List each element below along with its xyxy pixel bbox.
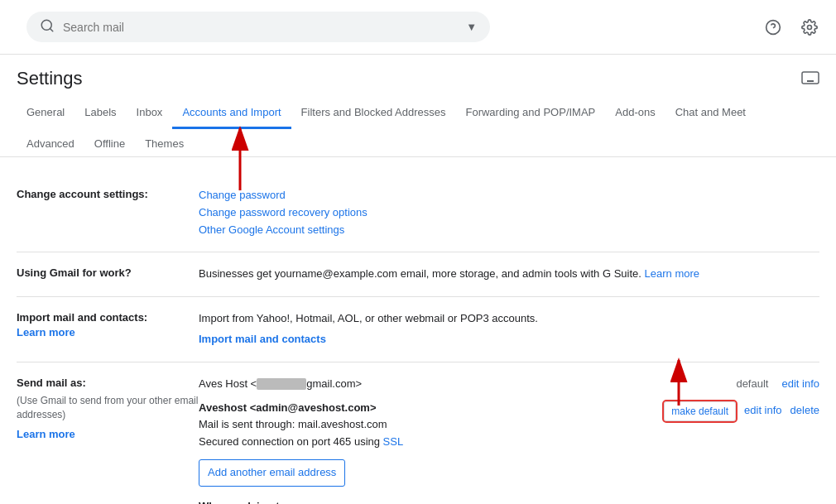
send-mail-learn-more[interactable]: Learn more — [17, 428, 75, 440]
search-input[interactable] — [63, 21, 459, 34]
change-password-link[interactable]: Change password — [199, 189, 286, 201]
reply-section-label: When replying to a message: — [199, 498, 819, 504]
change-account-section: Change account settings: Change password… — [17, 174, 819, 252]
account-1-default-label: default — [736, 376, 768, 393]
account-2-detail-2: Secured connection on port 465 using SSL — [199, 434, 403, 451]
tab-forwarding[interactable]: Forwarding and POP/IMAP — [455, 96, 605, 129]
account-2-delete-link[interactable]: delete — [790, 402, 819, 420]
tab-accounts-import[interactable]: Accounts and Import — [172, 96, 291, 129]
settings-gear-button[interactable] — [796, 14, 823, 41]
account-1-redacted — [257, 378, 306, 390]
google-account-settings-link[interactable]: Other Google Account settings — [199, 223, 344, 236]
svg-line-1 — [50, 28, 52, 31]
account-2-edit-link[interactable]: edit info — [744, 402, 782, 420]
gmail-work-content: Businesses get yourname@example.com emai… — [199, 266, 819, 283]
send-mail-content: Aves Host < gmail.com> default edit info… — [199, 376, 819, 504]
tab-chat-meet[interactable]: Chat and Meet — [665, 96, 756, 129]
sub-tab-offline[interactable]: Offline — [84, 129, 135, 156]
search-dropdown-icon[interactable]: ▼ — [466, 21, 477, 33]
sub-tab-themes[interactable]: Themes — [135, 129, 194, 156]
account-1-display: Aves Host < gmail.com> — [199, 376, 362, 393]
help-button[interactable] — [760, 14, 786, 41]
change-account-label: Change account settings: — [17, 187, 199, 202]
change-account-content: Change password Change password recovery… — [199, 187, 819, 238]
account-2-display: Aveshost <admin@aveshost.com> — [199, 400, 403, 417]
send-mail-section: Send mail as: (Use Gmail to send from yo… — [17, 362, 819, 504]
gmail-work-section: Using Gmail for work? Businesses get you… — [17, 252, 819, 297]
import-description: Import from Yahoo!, Hotmail, AOL, or oth… — [199, 310, 819, 328]
page-title: Settings — [17, 68, 83, 89]
change-password-recovery-link[interactable]: Change password recovery options — [199, 206, 368, 218]
sub-tab-advanced[interactable]: Advanced — [17, 129, 84, 156]
ssl-link[interactable]: SSL — [383, 435, 404, 448]
gmail-work-label: Using Gmail for work? — [17, 266, 199, 281]
keyboard-icon[interactable] — [801, 70, 819, 89]
tab-inbox[interactable]: Inbox — [127, 96, 173, 129]
tab-general[interactable]: General — [17, 96, 74, 129]
reply-section: When replying to a message: Reply from t… — [199, 498, 819, 504]
tab-labels[interactable]: Labels — [74, 96, 126, 129]
send-mail-label: Send mail as: (Use Gmail to send from yo… — [17, 376, 199, 442]
account-2-detail-1: Mail is sent through: mail.aveshost.com — [199, 416, 403, 434]
tab-addons[interactable]: Add-ons — [605, 96, 665, 129]
import-action-link[interactable]: Import mail and contacts — [199, 333, 326, 345]
account-1-edit-link[interactable]: edit info — [781, 376, 819, 393]
import-section: Import mail and contacts: Learn more Imp… — [17, 297, 819, 362]
tab-filters[interactable]: Filters and Blocked Addresses — [291, 96, 456, 129]
send-mail-sublabel: (Use Gmail to send from your other email… — [17, 394, 199, 422]
search-icon — [40, 18, 55, 36]
tabs-container: General Labels Inbox Accounts and Import… — [0, 96, 836, 157]
account-2-details: Aveshost <admin@aveshost.com> Mail is se… — [199, 400, 403, 451]
import-label: Import mail and contacts: Learn more — [17, 310, 199, 340]
import-content: Import from Yahoo!, Hotmail, AOL, or oth… — [199, 310, 819, 348]
import-learn-more[interactable]: Learn more — [17, 326, 75, 338]
gmail-work-learn-more[interactable]: Learn more — [645, 267, 699, 280]
search-bar[interactable]: ▼ — [26, 12, 490, 42]
add-email-button[interactable]: Add another email address — [199, 459, 345, 487]
make-default-button[interactable]: make default — [664, 401, 736, 421]
gmail-work-description: Businesses get yourname@example.com emai… — [199, 267, 641, 280]
